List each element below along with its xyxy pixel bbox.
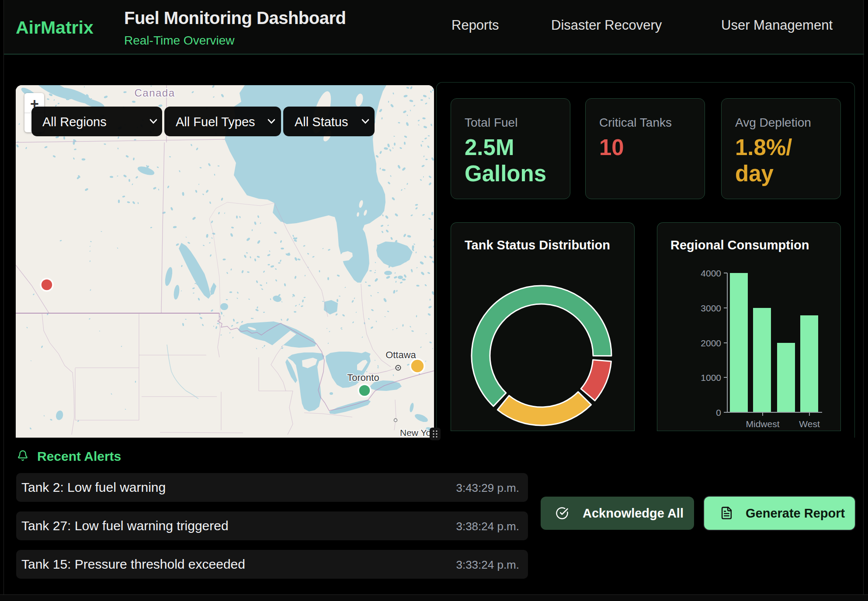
- svg-text:Canada: Canada: [134, 87, 175, 99]
- svg-text:2000: 2000: [701, 338, 721, 348]
- svg-text:1000: 1000: [701, 373, 721, 383]
- svg-text:Toronto: Toronto: [347, 372, 379, 383]
- svg-text:West: West: [799, 419, 820, 429]
- svg-text:Midwest: Midwest: [746, 419, 779, 429]
- svg-text:0: 0: [716, 408, 721, 418]
- svg-text:Ottawa: Ottawa: [385, 349, 416, 360]
- svg-text:3000: 3000: [701, 303, 721, 313]
- svg-text:New York: New York: [400, 428, 434, 438]
- svg-text:4000: 4000: [701, 268, 721, 278]
